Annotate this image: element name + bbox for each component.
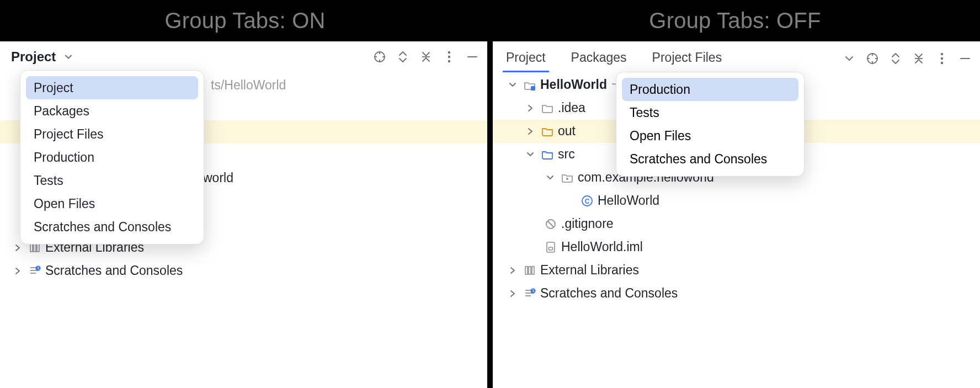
- popup-item-scratches[interactable]: Scratches and Consoles: [622, 147, 798, 171]
- chevron-right-icon[interactable]: [526, 104, 535, 112]
- chevron-down-icon[interactable]: [526, 151, 535, 158]
- iml-file-icon: [545, 241, 557, 253]
- popup-item-project[interactable]: Project: [26, 76, 198, 99]
- svg-rect-37: [525, 267, 528, 274]
- tree-row-gitignore[interactable]: .gitignore: [493, 212, 980, 236]
- popup-item-label: Open Files: [34, 196, 95, 211]
- popup-item-label: Scratches and Consoles: [630, 152, 767, 167]
- popup-item-scratches[interactable]: Scratches and Consoles: [26, 215, 198, 238]
- banner-off-label: Group Tabs: OFF: [649, 8, 821, 33]
- popup-item-open-files[interactable]: Open Files: [26, 192, 198, 215]
- chevron-right-icon[interactable]: [13, 244, 22, 252]
- tree-label: .idea: [558, 101, 585, 115]
- banner-on-label: Group Tabs: ON: [164, 8, 325, 33]
- popup-item-production[interactable]: Production: [622, 78, 798, 101]
- library-icon: [524, 264, 536, 277]
- svg-text:C: C: [585, 198, 590, 205]
- chevron-right-icon[interactable]: [526, 127, 535, 135]
- project-toolbar: [840, 49, 974, 72]
- popup-item-label: Tests: [34, 173, 63, 188]
- overflow-tabs-popup: Production Tests Open Files Scratches an…: [616, 72, 805, 177]
- popup-item-tests[interactable]: Tests: [26, 169, 198, 192]
- more-options-button[interactable]: [440, 47, 459, 66]
- collapse-all-button[interactable]: [417, 47, 435, 66]
- popup-item-label: Production: [630, 82, 690, 97]
- tree-label: out: [558, 124, 576, 138]
- class-icon: C: [581, 195, 593, 207]
- scratches-icon: [524, 288, 536, 300]
- popup-item-label: Production: [34, 150, 94, 165]
- svg-point-26: [941, 57, 943, 60]
- chevron-down-icon[interactable]: [546, 174, 555, 182]
- view-selector-label: Project: [11, 49, 56, 64]
- tab-label: Project: [506, 50, 546, 65]
- popup-item-production[interactable]: Production: [26, 146, 198, 169]
- hide-tool-window-button[interactable]: [463, 47, 482, 66]
- popup-item-packages[interactable]: Packages: [26, 99, 198, 123]
- folder-source-icon: [541, 148, 553, 161]
- hide-tool-window-button[interactable]: [956, 49, 974, 68]
- svg-point-7: [448, 56, 450, 58]
- svg-point-25: [941, 53, 943, 55]
- folder-icon: [541, 102, 553, 114]
- tab-label: Project Files: [652, 50, 722, 65]
- package-icon: [561, 172, 573, 184]
- popup-item-tests[interactable]: Tests: [622, 101, 798, 124]
- svg-rect-36: [549, 247, 553, 250]
- chevron-right-icon[interactable]: [508, 267, 517, 274]
- chevron-down-icon[interactable]: [508, 81, 517, 89]
- select-opened-file-button[interactable]: [863, 49, 882, 68]
- tree-label: HelloWorld: [598, 194, 659, 208]
- svg-line-34: [548, 221, 554, 227]
- popup-item-label: Open Files: [630, 129, 691, 143]
- tree-row-libs[interactable]: External Libraries: [493, 259, 980, 282]
- tree-label: Scratches and Consoles: [540, 286, 678, 300]
- tree-root-name: HelloWorld: [540, 78, 607, 92]
- svg-rect-13: [34, 244, 36, 252]
- tab-project[interactable]: Project: [503, 50, 549, 72]
- project-toolbar: [370, 47, 482, 66]
- tree-row-iml[interactable]: HelloWorld.iml: [493, 236, 980, 259]
- svg-rect-38: [529, 267, 531, 274]
- view-selector-popup: Project Packages Project Files Productio…: [20, 70, 204, 245]
- svg-point-8: [448, 60, 450, 62]
- svg-point-27: [941, 62, 943, 64]
- pane-group-tabs-on: Project: [0, 41, 487, 388]
- svg-rect-29: [531, 86, 535, 91]
- expand-all-button[interactable]: [393, 47, 412, 66]
- project-view-header: Project: [0, 41, 487, 73]
- tree-label: .gitignore: [561, 217, 614, 231]
- tab-packages[interactable]: Packages: [568, 50, 630, 72]
- tree-label: src: [558, 147, 575, 161]
- svg-point-6: [448, 51, 450, 54]
- folder-excluded-icon: [541, 125, 553, 137]
- popup-item-label: Tests: [630, 105, 659, 120]
- svg-rect-39: [532, 267, 534, 274]
- tree-label-fragment: world: [203, 171, 233, 185]
- popup-item-project-files[interactable]: Project Files: [26, 123, 198, 146]
- tree-label: Scratches and Consoles: [45, 264, 183, 278]
- scratches-icon: [29, 265, 41, 277]
- chevron-right-icon[interactable]: [508, 290, 517, 297]
- tab-label: Packages: [571, 50, 627, 65]
- tree-row-scratches[interactable]: Scratches and Consoles: [0, 259, 487, 283]
- more-options-button[interactable]: [933, 49, 951, 68]
- more-tabs-button[interactable]: [840, 49, 859, 68]
- popup-item-open-files[interactable]: Open Files: [622, 124, 798, 147]
- module-icon: [524, 79, 536, 91]
- root-path-fragment: ts/HelloWorld: [211, 78, 286, 92]
- select-opened-file-button[interactable]: [370, 47, 389, 66]
- svg-rect-12: [30, 244, 33, 252]
- svg-point-30: [566, 178, 568, 180]
- collapse-all-button[interactable]: [909, 49, 928, 68]
- comparison-banner: Group Tabs: ON Group Tabs: OFF: [0, 0, 980, 41]
- tree-row-class[interactable]: C HelloWorld: [493, 189, 980, 212]
- chevron-right-icon[interactable]: [13, 267, 22, 275]
- chevron-down-icon: [64, 52, 73, 61]
- expand-all-button[interactable]: [886, 49, 905, 68]
- tree-row-scratches[interactable]: Scratches and Consoles: [493, 282, 980, 305]
- tree-label: HelloWorld.iml: [561, 240, 643, 254]
- project-tabbar: Project Packages Project Files: [493, 41, 980, 72]
- tab-project-files[interactable]: Project Files: [649, 50, 726, 72]
- view-selector-button[interactable]: Project: [11, 49, 73, 65]
